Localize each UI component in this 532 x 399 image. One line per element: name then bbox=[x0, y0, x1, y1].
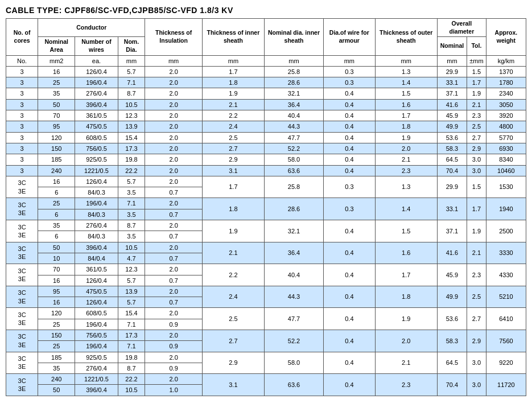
unit-mm-7: mm bbox=[437, 55, 467, 66]
cell-main-cores: 3C3E bbox=[6, 330, 38, 352]
cell-thick-outer: 2.0 bbox=[375, 143, 437, 154]
unit-mm-1: mm bbox=[118, 55, 145, 66]
cell-overall-tol: 3.0 bbox=[467, 165, 486, 176]
cell-main-nom-dia: 10.5 bbox=[118, 242, 145, 253]
cell-thick-outer: 2.1 bbox=[375, 154, 437, 165]
header-number-of-wires: Number of wires bbox=[75, 37, 118, 55]
header-thickness-inner-sheath: Thickness of inner sheath bbox=[202, 19, 264, 56]
cell-sub-nom-dia: 4.7 bbox=[118, 253, 145, 264]
table-row: 3C3E 95 475/0.5 13.9 2.0 2.4 44.3 0.4 1.… bbox=[6, 286, 526, 297]
cell-main-area: 25 bbox=[38, 198, 75, 209]
cell-sub-thick-ins: 0.7 bbox=[145, 231, 203, 242]
unit-kgkm: kg/km bbox=[486, 55, 526, 66]
cell-overall-nom: 58.3 bbox=[437, 143, 467, 154]
cell-cores: 3 bbox=[6, 154, 38, 165]
cell-dia-wire: 0.4 bbox=[324, 121, 375, 132]
cell-weight: 3330 bbox=[486, 242, 526, 264]
table-row: 3 150 756/0.5 17.3 2.0 2.7 52.2 0.4 2.0 … bbox=[6, 143, 526, 154]
cell-dia-wire: 0.4 bbox=[324, 110, 375, 121]
cell-thick-inner: 2.4 bbox=[202, 121, 264, 132]
header-dia-wire-armour: Dia.of wire for armour bbox=[324, 19, 375, 56]
cell-overall-tol: 2.5 bbox=[467, 121, 486, 132]
cell-overall-nom: 45.9 bbox=[437, 264, 467, 286]
cell-weight: 1780 bbox=[486, 77, 526, 88]
cell-nom-inner: 28.6 bbox=[264, 198, 323, 220]
cell-sub-thick-ins: 1.0 bbox=[145, 385, 203, 396]
cell-main-cores: 3C3E bbox=[6, 286, 38, 308]
cell-nom-inner: 28.6 bbox=[264, 77, 323, 88]
cell-overall-nom: 53.6 bbox=[437, 308, 467, 330]
cell-main-area: 95 bbox=[38, 286, 75, 297]
header-nom-dia-inner-sheath: Nominal dia. inner sheath bbox=[264, 19, 323, 56]
cell-sub-wires: 196/0.4 bbox=[75, 341, 118, 352]
cell-main-cores: 3C3E bbox=[6, 220, 38, 242]
unit-mm-4: mm bbox=[264, 55, 323, 66]
cell-sub-area: 16 bbox=[38, 275, 75, 286]
cell-sub-thick-ins: 0.7 bbox=[145, 187, 203, 198]
cell-main-cores: 3C3E bbox=[6, 242, 38, 264]
cell-weight: 5770 bbox=[486, 132, 526, 143]
cell-thick-ins: 2.0 bbox=[145, 88, 203, 99]
cell-thick-outer: 2.3 bbox=[375, 374, 437, 396]
cell-overall-tol: 2.9 bbox=[467, 330, 486, 352]
cell-overall-nom: 49.9 bbox=[437, 121, 467, 132]
cell-wires: 126/0.4 bbox=[75, 66, 118, 77]
cell-main-area: 50 bbox=[38, 242, 75, 253]
cell-thick-inner: 2.7 bbox=[202, 143, 264, 154]
cell-area: 16 bbox=[38, 66, 75, 77]
cell-sub-wires: 196/0.4 bbox=[75, 319, 118, 330]
cell-overall-tol: 2.1 bbox=[467, 242, 486, 264]
cell-main-thick-ins: 2.0 bbox=[145, 330, 203, 340]
cell-thick-inner: 1.9 bbox=[202, 220, 264, 242]
cell-sub-wires: 84/0.3 bbox=[75, 187, 118, 198]
cell-main-thick-ins: 2.0 bbox=[145, 264, 203, 275]
cell-thick-inner: 3.1 bbox=[202, 165, 264, 176]
cell-thick-inner: 2.4 bbox=[202, 286, 264, 308]
cell-wires: 925/0.5 bbox=[75, 154, 118, 165]
cell-thick-inner: 2.5 bbox=[202, 308, 264, 330]
cell-thick-outer: 1.4 bbox=[375, 77, 437, 88]
cell-thick-ins: 2.0 bbox=[145, 121, 203, 132]
cell-thick-inner: 2.2 bbox=[202, 264, 264, 286]
cell-wires: 608/0.5 bbox=[75, 132, 118, 143]
cell-overall-nom: 70.4 bbox=[437, 374, 467, 396]
cell-overall-tol: 2.7 bbox=[467, 308, 486, 330]
header-nominal-area: Nominal Area bbox=[38, 37, 75, 55]
cell-weight: 4330 bbox=[486, 264, 526, 286]
table-row: 3 25 196/0.4 7.1 2.0 1.8 28.6 0.3 1.4 33… bbox=[6, 77, 526, 88]
cell-overall-tol: 2.3 bbox=[467, 264, 486, 286]
table-row: 3 50 396/0.4 10.5 2.0 2.1 36.4 0.4 1.6 4… bbox=[6, 99, 526, 110]
header-thickness-outer-sheath: Thickness of outer sheath bbox=[375, 19, 437, 56]
cell-main-nom-dia: 5.7 bbox=[118, 176, 145, 187]
cell-cores: 3 bbox=[6, 121, 38, 132]
cell-main-nom-dia: 22.2 bbox=[118, 374, 145, 385]
header-thickness-insulation: Thickness of Insulation bbox=[145, 19, 203, 56]
cell-main-thick-ins: 2.0 bbox=[145, 198, 203, 209]
cell-thick-outer: 2.1 bbox=[375, 352, 437, 374]
cell-thick-outer: 1.6 bbox=[375, 99, 437, 110]
cell-sub-area: 25 bbox=[38, 319, 75, 330]
unit-pm-mm: ±mm bbox=[467, 55, 486, 66]
table-row: 3 95 475/0.5 13.9 2.0 2.4 44.3 0.4 1.8 4… bbox=[6, 121, 526, 132]
cell-main-nom-dia: 17.3 bbox=[118, 330, 145, 340]
cell-sub-thick-ins: 0.7 bbox=[145, 297, 203, 308]
cell-thick-inner: 3.1 bbox=[202, 374, 264, 396]
cell-thick-outer: 1.7 bbox=[375, 264, 437, 286]
cell-overall-nom: 64.5 bbox=[437, 154, 467, 165]
table-row: 3C3E 70 361/0.5 12.3 2.0 2.2 40.4 0.4 1.… bbox=[6, 264, 526, 275]
cell-thick-outer: 1.3 bbox=[375, 66, 437, 77]
table-row: 3C3E 240 1221/0.5 22.2 2.0 3.1 63.6 0.4 … bbox=[6, 374, 526, 385]
cell-weight: 10460 bbox=[486, 165, 526, 176]
cell-thick-outer: 1.4 bbox=[375, 198, 437, 220]
cell-main-area: 120 bbox=[38, 308, 75, 319]
cell-area: 240 bbox=[38, 165, 75, 176]
cell-sub-wires: 84/0.4 bbox=[75, 253, 118, 264]
cell-main-cores: 3C3E bbox=[6, 374, 38, 396]
cell-sub-wires: 276/0.4 bbox=[75, 363, 118, 373]
cell-dia-wire: 0.4 bbox=[324, 374, 375, 396]
cell-area: 150 bbox=[38, 143, 75, 154]
cell-overall-nom: 29.9 bbox=[437, 66, 467, 77]
cell-thick-ins: 2.0 bbox=[145, 143, 203, 154]
cell-weight: 8340 bbox=[486, 154, 526, 165]
cell-overall-tol: 2.7 bbox=[467, 132, 486, 143]
